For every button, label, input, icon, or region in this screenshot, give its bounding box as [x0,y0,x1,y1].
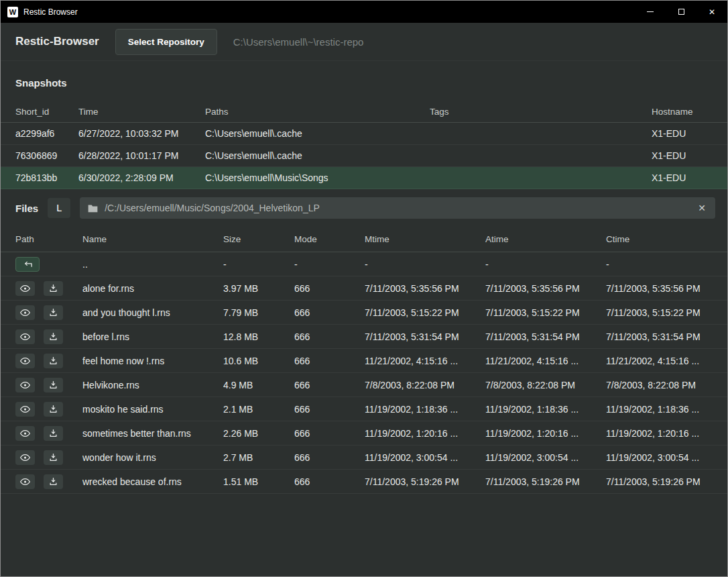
file-ctime: 7/11/2003, 5:15:22 PM [606,307,713,318]
snapshot-hostname: X1-EDU [652,150,713,161]
column-atime[interactable]: Atime [485,234,606,244]
snapshots-table: a2299af6 6/27/2022, 10:03:32 PM C:\Users… [1,123,727,189]
column-time[interactable]: Time [78,107,205,117]
eye-icon [20,357,30,365]
preview-file-button[interactable] [15,329,35,344]
file-name: wrecked because of.rns [82,476,223,487]
file-mtime: 7/11/2003, 5:35:56 PM [365,283,485,294]
column-hostname[interactable]: Hostname [652,107,713,117]
snapshot-row[interactable]: 72b813bb 6/30/2022, 2:28:09 PM C:\Users\… [1,167,727,189]
snapshots-table-header: Short_id Time Paths Tags Hostname [1,101,727,123]
column-name[interactable]: Name [82,234,223,244]
maximize-button[interactable] [666,1,696,23]
close-button[interactable]: ✕ [696,1,727,23]
files-section-title: Files [15,203,38,214]
download-file-button[interactable] [44,450,63,465]
column-size[interactable]: Size [223,234,294,244]
file-mode: 666 [294,356,365,366]
download-file-button[interactable] [44,281,63,296]
file-atime: 7/11/2003, 5:15:22 PM [485,307,606,318]
column-paths[interactable]: Paths [205,107,430,117]
files-table-header: Path Name Size Mode Mtime Atime Ctime [1,227,727,252]
preview-file-button[interactable] [15,281,35,296]
file-mode: 666 [294,283,365,294]
maximize-icon [678,9,684,15]
file-name: and you thought l.rns [82,307,223,318]
file-row: sometimes better than.rns 2.26 MB 666 11… [1,421,727,445]
file-size: 4.9 MB [223,380,294,390]
column-short-id[interactable]: Short_id [15,107,78,117]
eye-icon [20,405,30,413]
files-toolbar: Files L /C:/Users/emuell/Music/Songs/200… [1,189,727,227]
clear-path-button[interactable]: ✕ [696,203,707,213]
snapshot-time: 6/28/2022, 10:01:17 PM [78,150,205,161]
download-file-button[interactable] [44,474,63,489]
file-atime: 7/11/2003, 5:31:54 PM [485,331,606,342]
column-path[interactable]: Path [15,234,82,244]
preview-file-button[interactable] [15,305,35,320]
snapshot-time: 6/27/2022, 10:03:32 PM [78,128,205,139]
snapshot-short-id: a2299af6 [15,128,78,139]
eye-icon [20,429,30,437]
snapshot-time: 6/30/2022, 2:28:09 PM [78,172,205,183]
titlebar: W Restic Browser ✕ [1,1,727,23]
file-size: 1.51 MB [223,476,294,487]
download-file-button[interactable] [44,354,63,368]
download-file-button[interactable] [44,329,63,344]
minimize-icon [647,11,654,12]
download-icon [49,380,58,389]
file-ctime: 11/19/2002, 1:20:16 ... [606,428,713,439]
file-atime: 7/11/2003, 5:19:26 PM [485,476,606,487]
eye-icon [20,284,30,293]
download-icon [49,453,58,462]
snapshot-paths: C:\Users\emuell\Music\Songs [205,172,430,183]
file-size: 7.79 MB [223,307,294,318]
parent-dir-mtime: - [365,259,485,270]
column-mode[interactable]: Mode [294,234,365,244]
preview-file-button[interactable] [15,450,35,465]
column-tags[interactable]: Tags [430,107,652,117]
file-mode: 666 [294,476,365,487]
preview-file-button[interactable] [15,426,35,441]
download-icon [49,332,58,341]
file-mtime: 7/8/2003, 8:22:08 PM [365,380,485,390]
snapshot-row[interactable]: 76306869 6/28/2022, 10:01:17 PM C:\Users… [1,145,727,167]
go-up-button[interactable] [15,257,40,272]
window-title: Restic Browser [23,7,78,17]
file-ctime: 11/19/2002, 1:18:36 ... [606,404,713,415]
path-bar[interactable]: /C:/Users/emuell/Music/Songs/2004_Helvet… [80,197,715,219]
column-mtime[interactable]: Mtime [365,234,485,244]
minimize-button[interactable] [635,1,666,23]
download-icon [49,477,58,486]
app-logo-icon: W [7,7,18,17]
preview-file-button[interactable] [15,402,35,417]
download-icon [49,356,58,365]
download-file-button[interactable] [44,378,63,392]
file-row: wonder how it.rns 2.7 MB 666 11/19/2002,… [1,445,727,470]
column-ctime[interactable]: Ctime [606,234,713,244]
select-repository-button[interactable]: Select Repository [115,29,217,55]
download-file-button[interactable] [44,402,63,417]
download-file-button[interactable] [44,305,63,320]
file-mode: 666 [294,307,365,318]
snapshots-section-title: Snapshots [1,61,727,101]
file-size: 12.8 MB [223,331,294,342]
download-file-button[interactable] [44,426,63,441]
file-ctime: 11/19/2002, 3:00:54 ... [606,452,713,463]
snapshot-row[interactable]: a2299af6 6/27/2022, 10:03:32 PM C:\Users… [1,123,727,145]
app-window: W Restic Browser ✕ Restic-Browser Select… [0,0,728,577]
file-mtime: 11/19/2002, 3:00:54 ... [365,452,485,463]
file-ctime: 7/11/2003, 5:31:54 PM [606,331,713,342]
preview-file-button[interactable] [15,354,35,368]
file-row: before l.rns 12.8 MB 666 7/11/2003, 5:31… [1,325,727,349]
file-mode: 666 [294,380,365,390]
repository-path: C:\Users\emuell\~\restic-repo [233,36,364,48]
preview-file-button[interactable] [15,378,35,392]
preview-file-button[interactable] [15,474,35,489]
parent-dir-row[interactable]: .. - - - - - [1,252,727,276]
file-row: moskito he said.rns 2.1 MB 666 11/19/200… [1,397,727,421]
return-up-icon [23,260,33,268]
list-mode-button[interactable]: L [48,198,70,218]
download-icon [49,405,58,413]
file-atime: 7/8/2003, 8:22:08 PM [485,380,606,390]
